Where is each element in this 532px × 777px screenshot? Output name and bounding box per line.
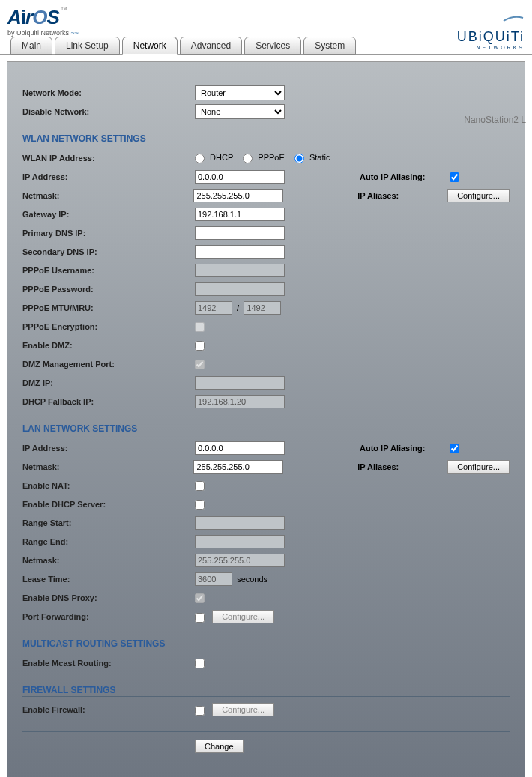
disable-network-label: Disable Network: [22, 107, 195, 116]
wlan-autoip-label: Auto IP Aliasing: [360, 172, 450, 181]
lease-time-input [195, 572, 232, 586]
lan-netmask-label: Netmask: [22, 462, 193, 471]
wlan-dns1-label: Primary DNS IP: [22, 229, 195, 238]
wlan-netmask-input[interactable] [193, 189, 283, 202]
firewall-configure-button: Configure... [212, 703, 274, 716]
dmz-ip-input [195, 376, 285, 390]
lan-ipaliases-label: IP Aliases: [357, 462, 447, 471]
radio-dhcp[interactable]: DHCP [195, 153, 233, 162]
dmz-ip-label: DMZ IP: [22, 378, 195, 387]
dhcp-fallback-input [195, 395, 285, 408]
lan-section-header: LAN NETWORK SETTINGS [22, 423, 510, 435]
header: AirOS ™ by Ubiquiti Networks ~~ UBiQUiTi… [0, 0, 532, 55]
wlan-ip-mode-label: WLAN IP Address: [22, 154, 195, 163]
network-mode-label: Network Mode: [22, 88, 195, 97]
dns-proxy-checkbox [195, 593, 205, 603]
pppoe-mtu-input [195, 301, 232, 315]
disable-network-select[interactable]: None [195, 104, 285, 119]
dhcp-netmask-label: Netmask: [22, 556, 195, 565]
wlan-netmask-label: Netmask: [22, 191, 193, 200]
enable-dhcp-checkbox[interactable] [195, 500, 205, 510]
tab-services[interactable]: Services [244, 37, 301, 55]
enable-dhcp-label: Enable DHCP Server: [22, 500, 195, 509]
wlan-ip-label: IP Address: [22, 172, 195, 181]
wlan-gateway-label: Gateway IP: [22, 210, 195, 219]
dns-proxy-label: Enable DNS Proxy: [22, 593, 195, 602]
mcast-enable-checkbox[interactable] [195, 659, 205, 668]
pppoe-user-label: PPPoE Username: [22, 266, 195, 275]
lan-autoip-checkbox[interactable] [450, 444, 459, 453]
dhcp-fallback-label: DHCP Fallback IP: [22, 397, 195, 406]
tab-link-setup[interactable]: Link Setup [55, 37, 120, 55]
radio-static[interactable]: Static [294, 153, 330, 162]
change-button[interactable]: Change [195, 740, 244, 753]
lan-ip-label: IP Address: [22, 444, 195, 453]
lease-time-label: Lease Time: [22, 575, 195, 584]
lease-time-unit: seconds [237, 575, 267, 584]
pppoe-enc-checkbox [195, 322, 205, 332]
tab-main[interactable]: Main [10, 37, 52, 55]
pppoe-mru-input [244, 301, 281, 315]
divider [22, 731, 510, 732]
enable-dmz-checkbox[interactable] [195, 341, 205, 351]
firewall-enable-checkbox[interactable] [195, 706, 205, 716]
wlan-dns2-input[interactable] [195, 245, 285, 259]
range-start-input [195, 516, 285, 530]
pppoe-mtu-label: PPPoE MTU/MRU: [22, 303, 195, 312]
wlan-dns1-input[interactable] [195, 226, 285, 240]
pppoe-pass-input [195, 282, 285, 296]
dmz-port-checkbox [195, 360, 205, 369]
enable-nat-label: Enable NAT: [22, 481, 195, 490]
wlan-ipaliases-configure-button[interactable]: Configure... [447, 189, 510, 202]
wlan-ipaliases-label: IP Aliases: [357, 191, 447, 200]
range-start-label: Range Start: [22, 518, 195, 527]
mcast-enable-label: Enable Mcast Routing: [22, 659, 195, 668]
lan-ipaliases-configure-button[interactable]: Configure... [447, 460, 510, 474]
pppoe-user-input [195, 264, 285, 277]
main-content: Network Mode: Router Disable Network: No… [7, 61, 525, 777]
enable-dmz-label: Enable DMZ: [22, 341, 195, 350]
dmz-port-label: DMZ Management Port: [22, 360, 195, 369]
wlan-gateway-input[interactable] [195, 208, 285, 221]
pppoe-enc-label: PPPoE Encryption: [22, 322, 195, 331]
wlan-autoip-checkbox[interactable] [450, 172, 459, 182]
mcast-section-header: MULTICAST ROUTING SETTINGS [22, 638, 510, 650]
range-end-input [195, 535, 285, 548]
port-fwd-label: Port Forwarding: [22, 612, 195, 621]
tab-system[interactable]: System [303, 37, 356, 55]
lan-netmask-input[interactable] [193, 460, 283, 474]
tab-advanced[interactable]: Advanced [180, 37, 242, 55]
logo-subtitle: by Ubiquiti Networks ~~ [7, 29, 79, 37]
port-fwd-configure-button: Configure... [212, 610, 274, 623]
logo-text: AirOS [7, 6, 59, 29]
firewall-enable-label: Enable Firewall: [22, 705, 195, 714]
lan-autoip-label: Auto IP Aliasing: [360, 444, 450, 453]
model-label: NanoStation2 L [464, 115, 526, 125]
enable-nat-checkbox[interactable] [195, 481, 205, 491]
brand-swoosh-icon [502, 13, 525, 22]
range-end-label: Range End: [22, 537, 195, 546]
dhcp-netmask-input [195, 554, 285, 567]
tab-bar: Main Link Setup Network Advanced Service… [10, 37, 358, 55]
brand-right: UBiQUiTi NETWORKS [457, 13, 525, 50]
network-mode-select[interactable]: Router [195, 85, 285, 100]
lan-ip-input[interactable] [195, 441, 285, 455]
wlan-ip-input[interactable] [195, 170, 285, 184]
pppoe-pass-label: PPPoE Password: [22, 285, 195, 294]
tab-network[interactable]: Network [122, 37, 178, 55]
radio-pppoe[interactable]: PPPoE [243, 153, 285, 162]
logo: AirOS ™ by Ubiquiti Networks ~~ [7, 6, 79, 37]
port-fwd-checkbox[interactable] [195, 613, 205, 623]
firewall-section-header: FIREWALL SETTINGS [22, 685, 510, 697]
wlan-section-header: WLAN NETWORK SETTINGS [22, 133, 510, 145]
wlan-dns2-label: Secondary DNS IP: [22, 247, 195, 256]
